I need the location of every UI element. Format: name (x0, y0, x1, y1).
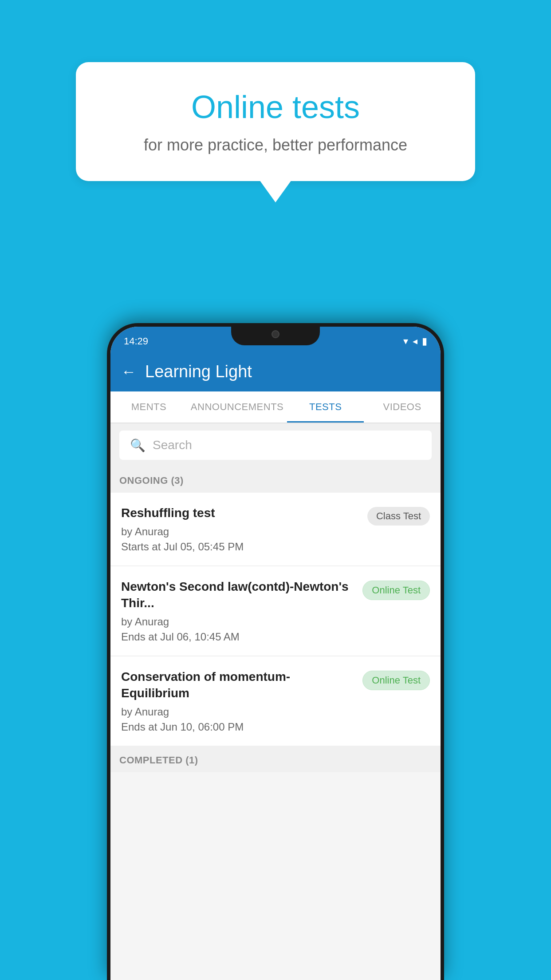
test-time-3: Ends at Jun 10, 06:00 PM (121, 721, 355, 733)
completed-section-header: COMPLETED (1) (110, 747, 441, 772)
phone-frame: 14:29 ▾ ◂ ▮ ← Learning Light MENTS ANNOU… (107, 323, 444, 980)
test-item-2[interactable]: Newton's Second law(contd)-Newton's Thir… (110, 566, 441, 656)
wifi-icon: ▾ (403, 336, 408, 347)
test-name-3: Conservation of momentum-Equilibrium (121, 669, 355, 701)
phone-notch (231, 323, 320, 345)
battery-icon: ▮ (422, 336, 427, 347)
promo-section: Online tests for more practice, better p… (76, 62, 475, 181)
search-bar[interactable]: 🔍 Search (119, 431, 432, 460)
app-header: ← Learning Light (110, 352, 441, 391)
test-badge-2: Online Test (362, 581, 430, 600)
test-info-1: Reshuffling test by Anurag Starts at Jul… (121, 505, 360, 553)
search-placeholder: Search (153, 438, 192, 452)
content-area: ONGOING (3) Reshuffling test by Anurag S… (110, 467, 441, 772)
test-author-2: by Anurag (121, 616, 355, 628)
tab-announcements[interactable]: ANNOUNCEMENTS (187, 391, 287, 423)
test-time-1: Starts at Jul 05, 05:45 PM (121, 541, 360, 553)
tab-bar: MENTS ANNOUNCEMENTS TESTS VIDEOS (110, 391, 441, 423)
test-name-1: Reshuffling test (121, 505, 360, 521)
ongoing-section-header: ONGOING (3) (110, 467, 441, 493)
test-item-1[interactable]: Reshuffling test by Anurag Starts at Jul… (110, 493, 441, 565)
test-info-3: Conservation of momentum-Equilibrium by … (121, 669, 355, 733)
test-info-2: Newton's Second law(contd)-Newton's Thir… (121, 579, 355, 643)
search-icon: 🔍 (130, 438, 146, 453)
promo-subtitle: for more practice, better performance (111, 136, 440, 154)
tab-tests[interactable]: TESTS (287, 391, 364, 423)
phone-screen: 14:29 ▾ ◂ ▮ ← Learning Light MENTS ANNOU… (110, 327, 441, 980)
phone-container: 14:29 ▾ ◂ ▮ ← Learning Light MENTS ANNOU… (107, 323, 444, 980)
test-author-3: by Anurag (121, 706, 355, 718)
test-time-2: Ends at Jul 06, 10:45 AM (121, 631, 355, 643)
tab-videos[interactable]: VIDEOS (364, 391, 441, 423)
signal-icon: ◂ (413, 336, 417, 347)
test-author-1: by Anurag (121, 526, 360, 538)
speech-bubble: Online tests for more practice, better p… (76, 62, 475, 181)
status-time: 14:29 (124, 336, 148, 347)
test-badge-3: Online Test (362, 671, 430, 690)
tab-ments[interactable]: MENTS (110, 391, 187, 423)
test-name-2: Newton's Second law(contd)-Newton's Thir… (121, 579, 355, 611)
back-button[interactable]: ← (121, 363, 136, 380)
phone-camera (272, 330, 279, 338)
search-container: 🔍 Search (110, 423, 441, 467)
test-badge-1: Class Test (367, 507, 430, 526)
test-item-3[interactable]: Conservation of momentum-Equilibrium by … (110, 656, 441, 746)
promo-title: Online tests (111, 89, 440, 125)
status-icons: ▾ ◂ ▮ (403, 336, 427, 347)
app-title: Learning Light (145, 362, 252, 381)
